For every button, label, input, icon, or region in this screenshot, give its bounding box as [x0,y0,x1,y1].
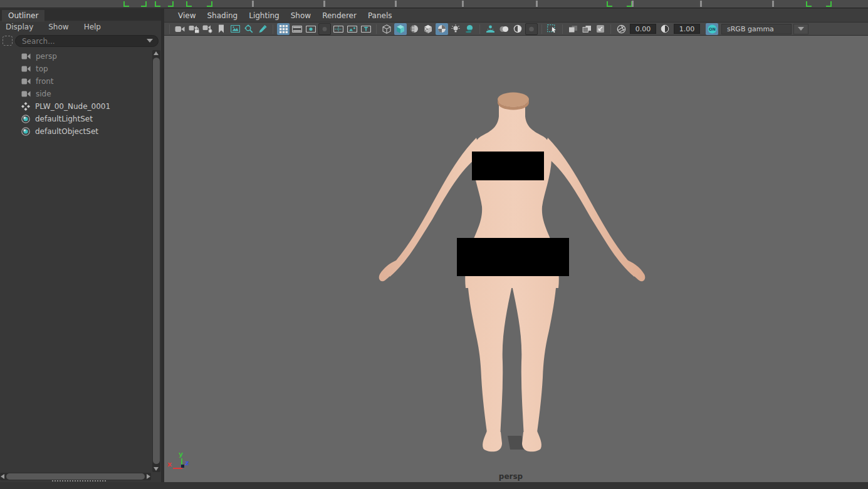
grid-button[interactable] [277,23,290,35]
shelf-separator [700,1,702,7]
camera-attributes-button[interactable] [201,23,214,35]
outliner-tab-bar: Outliner [0,9,161,21]
shelf-icon-fragment[interactable] [207,1,212,7]
filter-icon[interactable] [3,36,13,46]
censor-bar [457,238,569,276]
toolbar-separator [376,24,377,34]
image-plane-button[interactable] [229,23,241,35]
select-camera-button[interactable] [174,23,186,35]
colorspace-value[interactable]: sRGB gamma [721,24,792,34]
lighting-button[interactable] [449,23,462,35]
xray-button[interactable] [567,23,579,35]
menu-renderer[interactable]: Renderer [322,11,357,20]
shelf-separator [323,1,325,7]
gate-mask-button[interactable] [318,23,331,35]
field-chart-button[interactable] [332,23,345,35]
horizontal-scrollbar[interactable] [0,473,151,480]
menu-lighting[interactable]: Lighting [249,11,280,20]
axis-x-label: x [167,460,172,468]
list-item-persp[interactable]: persp [0,50,152,63]
scroll-left-icon[interactable] [1,474,4,479]
shelf-icon-fragment[interactable] [186,1,192,7]
toolbar-separator [273,24,273,34]
shelf-icon-fragment[interactable] [826,1,832,7]
menu-show[interactable]: Show [48,23,68,31]
safe-title-button[interactable] [360,23,372,35]
tab-outliner[interactable]: Outliner [2,10,44,22]
ssao-button[interactable] [484,23,496,35]
scroll-up-icon[interactable] [154,51,159,55]
scroll-right-icon[interactable] [147,474,150,479]
contrast-input[interactable] [674,24,700,34]
shelf-icon-fragment[interactable] [141,1,147,7]
wireframe-on-shaded-button[interactable] [408,23,421,35]
scroll-down-icon[interactable] [154,467,159,471]
search-input[interactable] [15,35,159,47]
menu-shading[interactable]: Shading [207,11,238,20]
censor-bar [472,152,544,180]
list-item-side[interactable]: side [0,88,152,100]
list-item-top[interactable]: top [0,63,152,75]
list-item-lightset[interactable]: defaultLightSet [0,113,152,125]
isolate-select-button[interactable] [546,23,558,35]
toolbar-separator [562,24,563,34]
menu-panels[interactable]: Panels [368,11,392,20]
shelf-icon-fragment[interactable] [168,1,174,7]
item-label: defaultObjectSet [35,127,98,136]
anti-aliasing-button[interactable] [511,23,524,35]
search-dropdown-icon[interactable] [147,39,153,43]
camera-name-label: persp [499,472,523,481]
list-item-mesh[interactable]: PLW_00_Nude_0001 [0,100,152,113]
snapshot-button[interactable] [594,23,607,35]
axis-x-line [173,468,182,469]
lock-camera-button[interactable] [187,23,200,35]
menu-help[interactable]: Help [84,23,101,31]
contrast-icon[interactable] [659,23,671,35]
menu-display[interactable]: Display [6,23,33,31]
item-label: persp [36,52,57,61]
camera-icon [21,53,31,59]
gamma-toggle-button[interactable]: ON [706,23,718,35]
colorspace-dropdown[interactable]: sRGB gamma [721,24,808,34]
menu-show[interactable]: Show [291,11,311,20]
maya-window: Outliner Display Show Help persp [0,0,868,489]
bottom-edge [0,482,868,489]
shelf-separator [536,1,538,7]
horizontal-scroll-thumb[interactable] [6,473,145,480]
vertical-scroll-thumb[interactable] [153,58,160,464]
shelf-separator [462,1,464,7]
vertical-scrollbar[interactable] [152,50,160,472]
item-label: PLW_00_Nude_0001 [35,102,110,111]
shelf-icon-fragment[interactable] [123,1,129,7]
bookmark-button[interactable] [215,23,227,35]
pan-zoom-2d-button[interactable] [243,23,255,35]
safe-action-button[interactable] [346,23,358,35]
shelf-separator [252,1,254,7]
viewport-panel: View Shading Lighting Show Renderer Pane… [164,9,868,482]
outliner-search-row [0,33,161,49]
item-label: defaultLightSet [35,115,93,123]
xray-joints-button[interactable] [580,23,593,35]
exposure-input[interactable] [630,24,656,34]
textured-button[interactable] [422,23,434,35]
shelf-icon-fragment[interactable] [155,1,160,7]
shelf-icon-fragment[interactable] [607,1,612,7]
motion-blur-button[interactable] [498,23,510,35]
resolution-gate-button[interactable] [305,23,317,35]
film-gate-button[interactable] [291,23,303,35]
use-default-material-button[interactable] [436,23,448,35]
shelf-icon-fragment[interactable] [806,1,812,7]
depth-of-field-button[interactable] [525,23,538,35]
shadows-button[interactable] [463,23,476,35]
list-item-front[interactable]: front [0,75,152,88]
list-item-objectset[interactable]: defaultObjectSet [0,125,152,138]
colorspace-arrow-button[interactable] [793,24,808,34]
smooth-shade-button[interactable] [394,23,407,35]
viewport-canvas[interactable]: y x z persp [164,36,868,482]
exposure-icon[interactable] [615,23,627,35]
shelf-separator [395,1,397,7]
menu-view[interactable]: View [178,11,196,20]
item-label: top [36,64,48,73]
wireframe-button[interactable] [380,23,393,35]
grease-pencil-button[interactable] [256,23,269,35]
